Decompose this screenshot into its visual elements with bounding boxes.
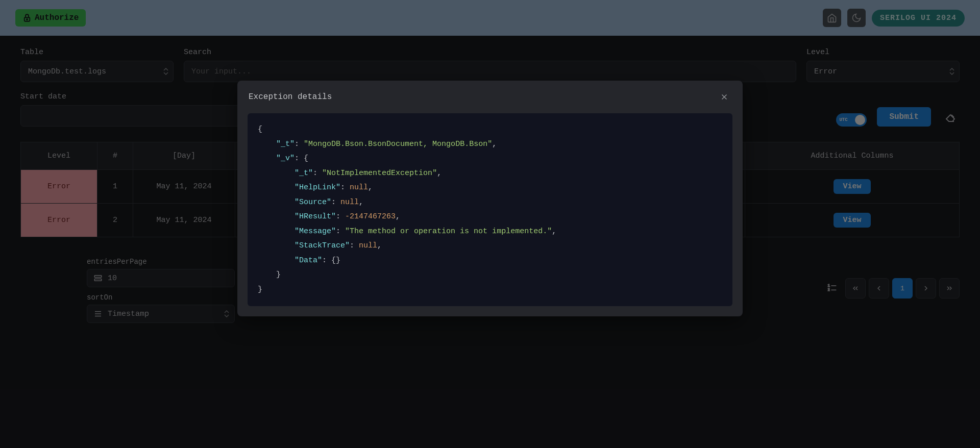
modal-title: Exception details [249, 92, 332, 102]
tok-hresult: -2147467263 [345, 212, 396, 221]
tok-t: "MongoDB.Bson.BsonDocument, MongoDB.Bson… [304, 140, 492, 148]
tok-vt: "NotImplementedException" [322, 169, 437, 178]
close-icon [720, 92, 729, 102]
modal-header: Exception details [237, 81, 743, 113]
modal-overlay[interactable]: Exception details { "_t": "MongoDB.Bson.… [0, 0, 980, 448]
modal-close-button[interactable] [717, 90, 731, 104]
exception-code: { "_t": "MongoDB.Bson.BsonDocument, Mong… [248, 113, 732, 306]
tok-message: "The method or operation is not implemen… [345, 227, 552, 236]
exception-modal: Exception details { "_t": "MongoDB.Bson.… [237, 81, 743, 316]
